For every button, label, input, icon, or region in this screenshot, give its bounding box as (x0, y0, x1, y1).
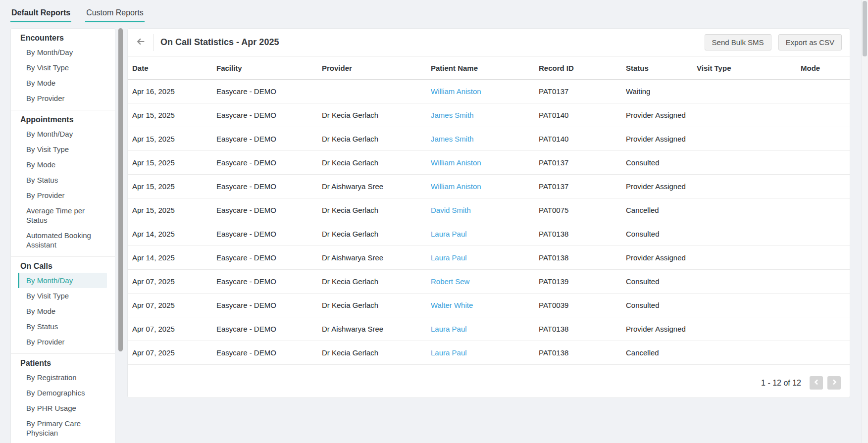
cell-mode (796, 185, 850, 189)
cell-provider: Dr Aishwarya Sree (317, 322, 426, 336)
cell-status: Consulted (621, 298, 692, 312)
patient-link[interactable]: Walter White (431, 301, 473, 309)
cell-date: Apr 14, 2025 (128, 250, 212, 265)
cell-record-id: PAT0138 (534, 322, 621, 336)
cell-mode (796, 113, 850, 117)
export-csv-button[interactable]: Export as CSV (778, 34, 842, 50)
cell-date: Apr 07, 2025 (128, 345, 212, 360)
cell-visit-type (692, 161, 796, 165)
patient-link[interactable]: William Aniston (431, 158, 481, 167)
cell-facility: Easycare - DEMO (212, 203, 317, 217)
back-button[interactable] (128, 29, 153, 56)
page-scrollbar-track[interactable] (862, 0, 868, 443)
cell-provider: Dr Kecia Gerlach (317, 108, 426, 122)
page-title: On Call Statistics - Apr 2025 (160, 37, 279, 48)
table-header-row: DateFacilityProviderPatient NameRecord I… (128, 56, 850, 80)
patient-link[interactable]: James Smith (431, 111, 474, 119)
sidebar-item-by-month-day[interactable]: By Month/Day (18, 45, 107, 60)
patient-link[interactable]: Robert Sew (431, 277, 469, 286)
cell-mode (796, 232, 850, 236)
patient-link[interactable]: Laura Paul (431, 253, 467, 262)
table-row: Apr 15, 2025Easycare - DEMODr Kecia Gerl… (128, 103, 850, 127)
table-row: Apr 07, 2025Easycare - DEMODr Kecia Gerl… (128, 341, 850, 365)
table-row: Apr 16, 2025Easycare - DEMOWilliam Anist… (128, 80, 850, 103)
sidebar-section-title: On Calls (11, 260, 115, 273)
cell-mode (796, 90, 850, 94)
cell-mode (796, 256, 850, 260)
cell-facility: Easycare - DEMO (212, 132, 317, 146)
reports-sidebar: EncountersBy Month/DayBy Visit TypeBy Mo… (10, 28, 115, 443)
sidebar-item-by-provider[interactable]: By Provider (18, 188, 107, 203)
sidebar-item-by-visit-type[interactable]: By Visit Type (18, 288, 107, 303)
sidebar-item-by-primary-care-physician[interactable]: By Primary Care Physician (18, 416, 107, 441)
cell-record-id: PAT0137 (534, 155, 621, 170)
sidebar-item-by-visit-type[interactable]: By Visit Type (18, 142, 107, 157)
cell-record-id: PAT0137 (534, 84, 621, 98)
sidebar-item-by-mode[interactable]: By Mode (18, 75, 107, 91)
cell-patient: Laura Paul (426, 322, 534, 336)
sidebar-scrollbar-thumb[interactable] (118, 28, 123, 351)
tab-default-reports[interactable]: Default Reports (10, 8, 71, 22)
sidebar-item-average-time-per-status[interactable]: Average Time per Status (18, 203, 107, 228)
cell-visit-type (692, 137, 796, 141)
patient-link[interactable]: William Aniston (431, 87, 481, 96)
cell-status: Consulted (621, 155, 692, 170)
patient-link[interactable]: Laura Paul (431, 325, 467, 333)
table-row: Apr 07, 2025Easycare - DEMODr Kecia Gerl… (128, 294, 850, 317)
patient-link[interactable]: James Smith (431, 135, 474, 143)
back-arrow-icon (135, 36, 146, 49)
sidebar-item-automated-booking-assistant[interactable]: Automated Booking Assistant (18, 228, 107, 252)
column-header-date: Date (128, 64, 212, 72)
cell-facility: Easycare - DEMO (212, 179, 317, 194)
sidebar-item-by-demographics[interactable]: By Demographics (18, 385, 107, 400)
sidebar-item-by-month-day[interactable]: By Month/Day (18, 273, 107, 288)
page-scrollbar-thumb[interactable] (863, 1, 867, 56)
cell-record-id: PAT0138 (534, 227, 621, 241)
cell-status: Cancelled (621, 345, 692, 360)
sidebar-item-by-status[interactable]: By Status (18, 319, 107, 334)
cell-visit-type (692, 256, 796, 260)
cell-provider: Dr Kecia Gerlach (317, 155, 426, 170)
cell-mode (796, 327, 850, 331)
report-header: On Call Statistics - Apr 2025 Send Bulk … (128, 29, 850, 56)
cell-provider: Dr Aishwarya Sree (317, 250, 426, 265)
cell-status: Provider Assigned (621, 132, 692, 146)
sidebar-item-by-referring-provider[interactable]: By Referring Provider (18, 441, 107, 443)
sidebar-section-encounters: EncountersBy Month/DayBy Visit TypeBy Mo… (11, 29, 115, 110)
column-header-mode: Mode (796, 64, 850, 72)
patient-link[interactable]: William Aniston (431, 182, 481, 191)
pagination-prev-button[interactable] (810, 376, 823, 390)
cell-provider: Dr Kecia Gerlach (317, 203, 426, 217)
table-row: Apr 15, 2025Easycare - DEMODr Aishwarya … (128, 175, 850, 198)
cell-record-id: PAT0138 (534, 250, 621, 265)
column-header-record-id: Record ID (534, 64, 621, 72)
sidebar-section-on-calls: On CallsBy Month/DayBy Visit TypeBy Mode… (11, 257, 115, 354)
sidebar-item-by-phr-usage[interactable]: By PHR Usage (18, 400, 107, 416)
sidebar-item-by-registration[interactable]: By Registration (18, 370, 107, 385)
sidebar-item-by-month-day[interactable]: By Month/Day (18, 126, 107, 142)
sidebar-item-by-mode[interactable]: By Mode (18, 303, 107, 319)
cell-status: Consulted (621, 274, 692, 289)
cell-provider (317, 90, 426, 94)
cell-record-id: PAT0138 (534, 345, 621, 360)
sidebar-item-by-provider[interactable]: By Provider (18, 91, 107, 106)
pagination-next-button[interactable] (827, 376, 841, 390)
sidebar-item-by-provider[interactable]: By Provider (18, 334, 107, 349)
patient-link[interactable]: Laura Paul (431, 348, 467, 357)
cell-patient: Laura Paul (426, 250, 534, 265)
column-header-patient-name: Patient Name (426, 64, 534, 72)
column-header-visit-type: Visit Type (692, 64, 796, 72)
patient-link[interactable]: Laura Paul (431, 230, 467, 238)
cell-date: Apr 07, 2025 (128, 322, 212, 336)
cell-patient: Robert Sew (426, 274, 534, 289)
send-bulk-sms-button[interactable]: Send Bulk SMS (705, 34, 771, 50)
tab-custom-reports[interactable]: Custom Reports (85, 8, 145, 22)
sidebar-item-by-visit-type[interactable]: By Visit Type (18, 60, 107, 75)
cell-visit-type (692, 280, 796, 284)
cell-visit-type (692, 303, 796, 307)
sidebar-item-by-mode[interactable]: By Mode (18, 157, 107, 172)
tab-bar: Default ReportsCustom Reports (0, 0, 868, 23)
patient-link[interactable]: David Smith (431, 206, 471, 214)
cell-facility: Easycare - DEMO (212, 227, 317, 241)
sidebar-item-by-status[interactable]: By Status (18, 172, 107, 188)
